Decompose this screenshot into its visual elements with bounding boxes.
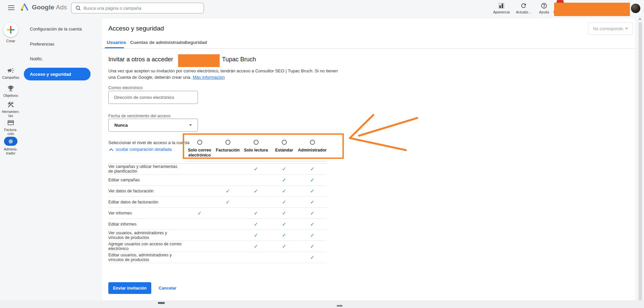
- rail-label-goals: Objetivos: [0, 94, 21, 98]
- permissions-table: Ver campañas y utilizar herramientas de …: [108, 163, 326, 263]
- admin-active-pill[interactable]: [4, 137, 17, 146]
- rail-item-tools[interactable]: Herramien- tas: [0, 101, 21, 118]
- tab-cuentas-administrador[interactable]: Cuentas de administrador: [130, 40, 186, 45]
- brand-ads: Ads: [56, 4, 67, 11]
- tab-usuarios[interactable]: Usuarios: [107, 40, 126, 45]
- check-icon: ✓: [270, 221, 298, 227]
- access-level-option-2[interactable]: Solo lectura: [242, 134, 270, 158]
- table-row: Ver campañas y utilizar herramientas de …: [108, 164, 326, 175]
- help-button[interactable]: Ayuda: [535, 2, 553, 14]
- table-row: Editar informes✓✓✓: [108, 219, 326, 230]
- check-icon: ✓: [298, 254, 326, 260]
- check-icon: ✓: [298, 188, 326, 194]
- sidebar-item-access-security-label: Acceso y seguridad: [30, 72, 71, 77]
- rail-item-admin[interactable]: Adminis- trador: [0, 137, 21, 155]
- check-icon: ✓: [242, 166, 270, 172]
- email-field[interactable]: [114, 95, 192, 100]
- sidebar-item-access-security[interactable]: Acceso y seguridad: [24, 68, 91, 80]
- rail-label-admin: Adminis- trador: [0, 147, 21, 155]
- google-ads-logo[interactable]: Google Ads: [20, 3, 67, 12]
- check-icon: ✓: [270, 243, 298, 249]
- search-input[interactable]: [84, 6, 204, 11]
- comparison-toggle[interactable]: ocultar comparación detallada: [109, 147, 172, 152]
- check-icon: ✓: [214, 199, 242, 205]
- check-icon: ✓: [298, 177, 326, 183]
- sidebar-item-account-settings[interactable]: Configuración de la cuenta: [30, 26, 82, 32]
- access-level-option-label: Solo lectura: [244, 148, 268, 153]
- scroll-up-arrow-icon[interactable]: [639, 18, 641, 20]
- megaphone-icon: [7, 67, 14, 74]
- avatar[interactable]: [631, 4, 640, 13]
- radio-circle-icon[interactable]: [310, 140, 315, 145]
- radio-circle-icon[interactable]: [197, 140, 202, 145]
- rail-item-goals[interactable]: Objetivos: [0, 85, 21, 98]
- rail-item-create[interactable]: Crear: [0, 22, 21, 43]
- trophy-icon: [7, 85, 14, 92]
- radio-circle-icon[interactable]: [225, 140, 230, 145]
- access-level-option-4[interactable]: Administrador: [298, 134, 326, 158]
- search-icon: [75, 5, 81, 11]
- permission-label: Editar informes: [108, 222, 185, 227]
- access-level-option-label: Solo correo electrónico: [185, 148, 214, 158]
- permission-label: Ver usuarios, administradores y vínculos…: [108, 231, 185, 240]
- access-level-option-0[interactable]: Solo correo electrónico: [185, 134, 214, 158]
- permission-label: Ver campañas y utilizar herramientas de …: [108, 164, 185, 174]
- chevron-up-icon: [109, 148, 113, 151]
- send-invitation-button[interactable]: Enviar invitación: [108, 282, 151, 294]
- access-level-options: Solo correo electrónicoFacturaciónSolo l…: [185, 134, 326, 158]
- tab-divider: [102, 48, 635, 49]
- radio-circle-icon[interactable]: [282, 140, 287, 145]
- radio-circle-icon[interactable]: [254, 140, 259, 145]
- global-search[interactable]: [71, 3, 204, 13]
- check-icon: ✓: [242, 232, 270, 238]
- table-row: Editar campañas✓✓: [108, 175, 326, 186]
- mini-scrollbar-fragment: [337, 305, 342, 307]
- check-icon: ✓: [242, 221, 270, 227]
- menu-icon[interactable]: [8, 5, 15, 10]
- email-label: Correo electrónico: [108, 85, 143, 90]
- appearance-icon: [498, 2, 505, 9]
- refresh-icon: [520, 2, 527, 9]
- check-icon: ✓: [270, 199, 298, 205]
- check-icon: ✓: [298, 232, 326, 238]
- refresh-button[interactable]: Actualiz...: [513, 2, 535, 14]
- top-bar: Google Ads Apariencia: [0, 0, 644, 16]
- vertical-scrollbar[interactable]: [638, 16, 642, 308]
- expiry-select[interactable]: Nunca: [108, 119, 198, 132]
- status-dropdown[interactable]: No corresponde.: [588, 22, 633, 35]
- access-level-option-3[interactable]: Estándar: [270, 134, 298, 158]
- invite-heading-prefix: Invitar a otros a acceder: [108, 56, 173, 63]
- check-icon: ✓: [270, 232, 298, 238]
- redaction-box-account: [554, 3, 630, 16]
- create-button[interactable]: [3, 22, 18, 37]
- access-level-option-1[interactable]: Facturación: [214, 134, 242, 158]
- learn-more-link[interactable]: Más información: [193, 75, 225, 80]
- cancel-button[interactable]: Cancelar: [159, 286, 176, 291]
- rail-item-campaigns[interactable]: Campañas: [0, 67, 21, 79]
- permission-label: Editar usuarios, administradores y víncu…: [108, 253, 185, 262]
- permission-label: Agregar usuarios con acceso de correo el…: [108, 242, 185, 251]
- expiry-select-value: Nunca: [114, 123, 189, 128]
- rail-item-billing[interactable]: Factura- ción: [0, 119, 21, 136]
- check-icon: ✓: [242, 210, 270, 216]
- appearance-button[interactable]: Apariencia: [490, 2, 513, 14]
- footer-strip: [0, 300, 644, 308]
- plus-icon: [7, 26, 14, 34]
- check-icon: ✓: [242, 188, 270, 194]
- status-dropdown-value: No corresponde.: [593, 26, 625, 31]
- refresh-label: Actualiz...: [516, 10, 531, 14]
- tab-seguridad[interactable]: Seguridad: [185, 40, 207, 45]
- check-icon: ✓: [242, 243, 270, 249]
- sidebar-item-preferences[interactable]: Preferencias: [30, 42, 54, 47]
- scrollbar-thumb[interactable]: [639, 22, 642, 302]
- table-row: Editar datos de facturación✓✓✓: [108, 197, 326, 208]
- access-level-label: Seleccionar el nivel de acceso a la cuen…: [108, 140, 190, 145]
- check-icon: ✓: [298, 199, 326, 205]
- check-icon: ✓: [214, 188, 242, 194]
- access-level-option-label: Estándar: [275, 148, 293, 153]
- chevron-down-icon: [625, 28, 628, 29]
- sidebar-item-notifications[interactable]: Notific.: [30, 56, 43, 61]
- rail-label-campaigns: Campañas: [0, 75, 21, 79]
- topbar-actions: Apariencia Actualiz... Ayuda N: [490, 2, 561, 14]
- expiry-label: Fecha de vencimiento del acceso: [108, 114, 171, 118]
